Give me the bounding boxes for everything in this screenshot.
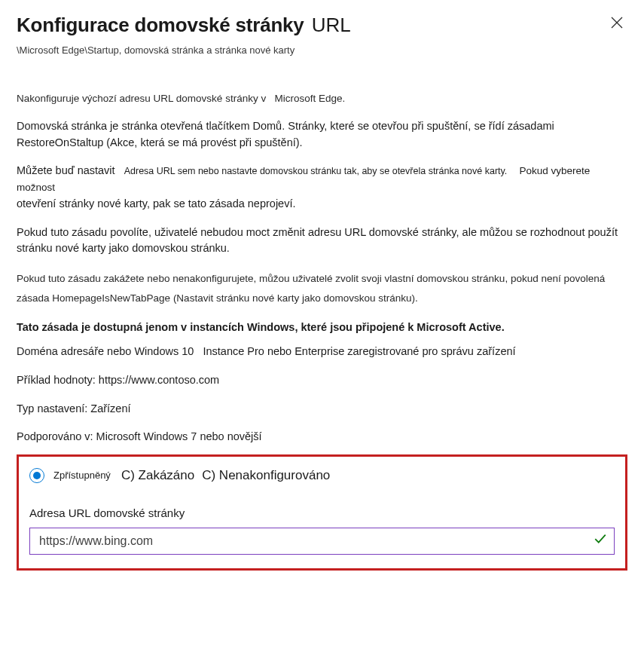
intro-text-a: Nakonfiguruje výchozí adresu URL domovsk… xyxy=(17,93,266,104)
intro-text-b: Microsoft Edge. xyxy=(274,93,345,104)
setting-type: Typ nastavení: Zařízení xyxy=(17,401,627,418)
p5-a: Tato zásada je dostupná jenom v instancí… xyxy=(17,320,627,336)
p2-b: Adresa URL sem nebo nastavte domovskou s… xyxy=(124,166,508,176)
paragraph-3: Pokud tuto zásadu povolíte, uživatelé ne… xyxy=(17,225,627,258)
radio-notconfigured-label[interactable]: C) Nenakonfigurováno xyxy=(202,466,330,485)
paragraph-1: Domovská stránka je stránka otevřená tla… xyxy=(17,118,627,151)
config-section: Zpřístupněný C) Zakázáno C) Nenakonfigur… xyxy=(17,454,627,571)
p2-d: otevření stránky nové karty, pak se tato… xyxy=(17,196,627,213)
paragraph-2: Můžete buď nastavit Adresa URL sem nebo … xyxy=(17,163,627,212)
close-icon xyxy=(611,17,623,29)
example-value: Příklad hodnoty: https://www.contoso.com xyxy=(17,372,627,389)
supported-in: Podporováno v: Microsoft Windows 7 nebo … xyxy=(17,429,627,445)
radio-enabled[interactable] xyxy=(29,468,44,483)
radio-group: Zpřístupněný C) Zakázáno C) Nenakonfigur… xyxy=(29,466,615,485)
radio-enabled-label: Zpřístupněný xyxy=(53,468,111,483)
close-button[interactable] xyxy=(608,14,626,32)
homepage-url-input[interactable] xyxy=(29,528,615,555)
paragraph-5: Tato zásada je dostupná jenom v instancí… xyxy=(17,320,627,360)
p3-a: Pokud tuto zásadu povolíte, uživatelé ne… xyxy=(17,225,627,241)
intro-line: Nakonfiguruje výchozí adresu URL domovsk… xyxy=(17,91,627,106)
p5-c: Instance Pro nebo Enterprise zaregistrov… xyxy=(203,345,515,357)
checkmark-icon xyxy=(594,532,607,551)
p5-b: Doména adresáře nebo Windows 10 xyxy=(17,345,194,357)
dialog-title-tail: URL xyxy=(312,14,351,36)
dialog-title: Konfigurace domovské stránky xyxy=(17,14,304,36)
paragraph-4: Pokud tuto zásadu zakážete nebo nenakonf… xyxy=(17,269,627,307)
url-field-label: Adresa URL domovské stránky xyxy=(29,505,615,522)
radio-dot-icon xyxy=(33,472,41,479)
p2-a: Můžete buď nastavit xyxy=(17,164,115,176)
breadcrumb: \Microsoft Edge\Startup, domovská stránk… xyxy=(17,43,627,58)
radio-disabled-label[interactable]: C) Zakázáno xyxy=(121,466,194,485)
p3-b: stránku nové karty jako domovskou stránk… xyxy=(17,240,627,257)
